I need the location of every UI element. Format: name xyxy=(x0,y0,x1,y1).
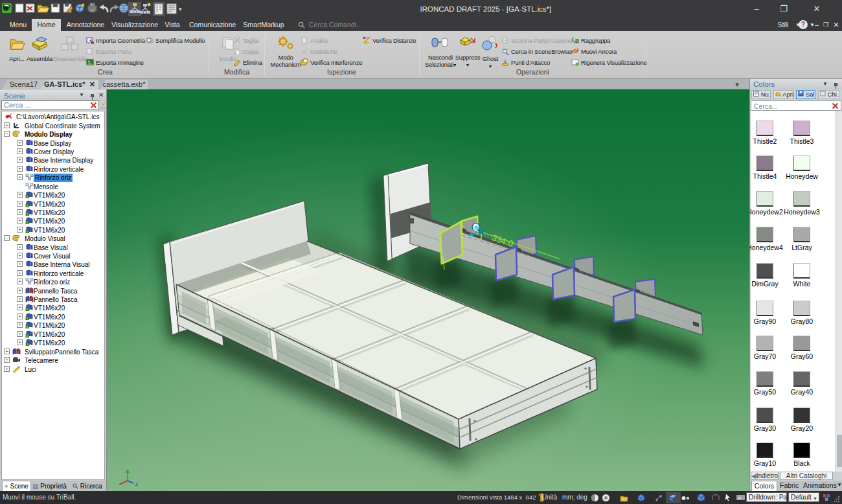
svg-text:z: z xyxy=(135,481,138,487)
